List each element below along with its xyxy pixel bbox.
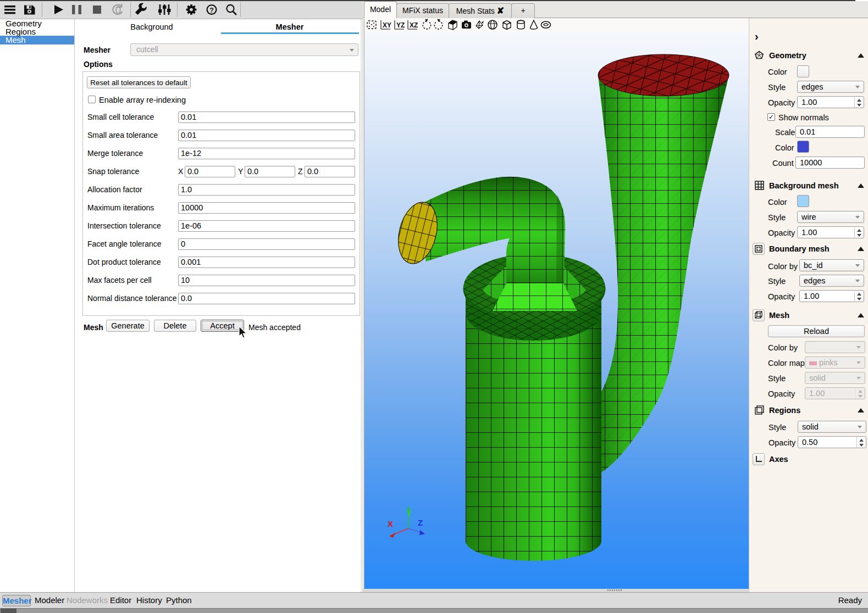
svg-text:YZ: YZ	[396, 21, 405, 29]
svg-text:?: ?	[209, 6, 214, 14]
svg-text:X: X	[388, 519, 393, 528]
svg-text:XZ: XZ	[410, 21, 418, 29]
svg-text:Z: Z	[418, 518, 423, 527]
svg-text:Y: Y	[406, 509, 412, 518]
svg-text:XY: XY	[383, 21, 391, 29]
